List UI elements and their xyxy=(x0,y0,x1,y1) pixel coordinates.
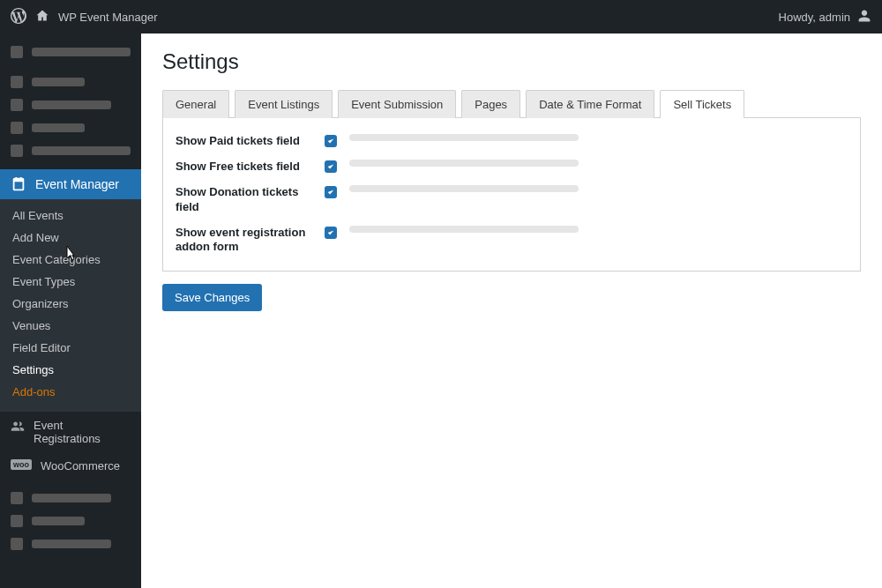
tab-general[interactable]: General xyxy=(162,90,229,118)
menu-label: Event Registrations xyxy=(34,419,131,445)
submenu-all-events[interactable]: All Events xyxy=(0,205,141,227)
tab-date-time[interactable]: Date & Time Format xyxy=(526,90,654,118)
checkbox-donation-tickets[interactable] xyxy=(325,186,337,198)
wordpress-icon[interactable] xyxy=(11,8,26,26)
tabs: General Event Listings Event Submission … xyxy=(162,90,861,118)
tab-sell-tickets[interactable]: Sell Tickets xyxy=(660,90,744,118)
field-row: Show Donation tickets field xyxy=(176,185,848,215)
submenu: All Events Add New Event Categories Even… xyxy=(0,199,141,412)
checkbox-registration-addon[interactable] xyxy=(325,227,337,239)
field-desc xyxy=(349,185,848,192)
menu-placeholder xyxy=(0,116,141,139)
field-row: Show Free tickets field xyxy=(176,160,848,175)
submenu-venues[interactable]: Venues xyxy=(0,315,141,337)
field-label: Show Paid tickets field xyxy=(176,134,312,149)
site-name[interactable]: WP Event Manager xyxy=(58,11,157,24)
submenu-add-new[interactable]: Add New xyxy=(0,227,141,249)
field-desc xyxy=(349,226,848,233)
menu-placeholder xyxy=(0,71,141,93)
tab-pages[interactable]: Pages xyxy=(461,90,520,118)
settings-panel: Show Paid tickets field Show Free ticket… xyxy=(162,117,861,272)
menu-event-registrations[interactable]: Event Registrations xyxy=(0,412,141,452)
menu-placeholder xyxy=(0,487,141,510)
admin-bar: WP Event Manager Howdy, admin xyxy=(0,0,882,33)
menu-placeholder xyxy=(0,532,141,555)
admin-sidebar: Event Manager All Events Add New Event C… xyxy=(0,33,141,588)
menu-event-manager[interactable]: Event Manager xyxy=(0,169,141,199)
page-title: Settings xyxy=(162,49,861,74)
menu-label: WooCommerce xyxy=(41,459,120,473)
menu-placeholder xyxy=(0,93,141,116)
submenu-field-editor[interactable]: Field Editor xyxy=(0,337,141,359)
content-area: Settings General Event Listings Event Su… xyxy=(141,33,882,588)
submenu-settings[interactable]: Settings xyxy=(0,359,141,381)
check-icon xyxy=(326,228,335,237)
calendar-icon xyxy=(11,176,26,192)
submenu-addons[interactable]: Add-ons xyxy=(0,381,141,403)
field-label: Show Free tickets field xyxy=(176,160,312,175)
save-button[interactable]: Save Changes xyxy=(162,284,262,311)
submenu-organizers[interactable]: Organizers xyxy=(0,293,141,315)
check-icon xyxy=(326,188,335,197)
submenu-event-categories[interactable]: Event Categories xyxy=(0,249,141,271)
tab-event-submission[interactable]: Event Submission xyxy=(338,90,456,118)
menu-placeholder xyxy=(0,41,141,63)
menu-woocommerce[interactable]: woo WooCommerce xyxy=(0,452,141,480)
tab-event-listings[interactable]: Event Listings xyxy=(235,90,333,118)
field-row: Show event registration addon form xyxy=(176,226,848,256)
woo-icon: woo xyxy=(11,459,32,470)
field-row: Show Paid tickets field xyxy=(176,134,848,149)
users-icon xyxy=(11,420,25,434)
user-icon[interactable] xyxy=(857,9,871,26)
field-label: Show event registration addon form xyxy=(176,226,312,256)
field-desc xyxy=(349,134,848,141)
submenu-event-types[interactable]: Event Types xyxy=(0,271,141,293)
field-label: Show Donation tickets field xyxy=(176,185,312,215)
menu-label: Event Manager xyxy=(35,177,119,191)
checkbox-paid-tickets[interactable] xyxy=(325,135,337,147)
check-icon xyxy=(326,137,335,145)
home-icon[interactable] xyxy=(35,9,49,26)
menu-placeholder xyxy=(0,139,141,162)
howdy-text[interactable]: Howdy, admin xyxy=(779,11,850,24)
checkbox-free-tickets[interactable] xyxy=(325,160,337,173)
check-icon xyxy=(326,162,335,171)
field-desc xyxy=(349,160,848,167)
menu-placeholder xyxy=(0,510,141,532)
